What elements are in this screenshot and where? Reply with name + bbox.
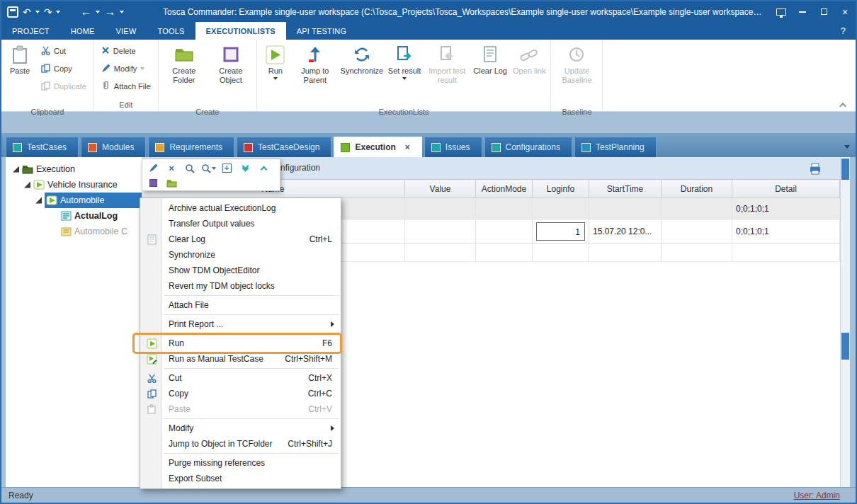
back-button[interactable]: ← bbox=[80, 6, 91, 18]
attach-file-button[interactable]: Attach File bbox=[97, 79, 155, 93]
column-header-detail[interactable]: Detail bbox=[732, 180, 840, 197]
set-result-dropdown-icon[interactable] bbox=[402, 77, 407, 80]
add-icon[interactable]: + bbox=[218, 161, 235, 176]
workspace-tab-testplanning[interactable]: TestPlanning bbox=[574, 137, 657, 157]
menu-item-revert-tdm-object-locks[interactable]: Revert my TDM object locks bbox=[140, 278, 341, 294]
cell-starttime[interactable]: 15.07.20 12:0... bbox=[589, 219, 662, 243]
redo-button[interactable]: ↷ bbox=[44, 7, 52, 17]
workspace-tab-issues[interactable]: Issues bbox=[424, 137, 482, 157]
tab-view[interactable]: VIEW bbox=[106, 22, 147, 40]
menu-item-modify[interactable]: Modify bbox=[140, 420, 341, 436]
tree-item-actuallog[interactable]: ActualLog bbox=[6, 208, 142, 224]
set-result-button[interactable]: Set result bbox=[386, 41, 423, 106]
expander-icon[interactable] bbox=[24, 182, 30, 188]
workspace-tab-requirements[interactable]: Requirements bbox=[148, 137, 234, 157]
object-icon[interactable] bbox=[144, 176, 161, 190]
collapse-all-icon[interactable] bbox=[255, 161, 272, 176]
cell-value[interactable] bbox=[405, 198, 476, 219]
expander-icon[interactable] bbox=[13, 166, 19, 173]
display-icon[interactable] bbox=[771, 1, 792, 22]
create-folder-button[interactable]: Create Folder bbox=[161, 41, 207, 106]
workspace-tab-modules[interactable]: Modules bbox=[81, 137, 146, 157]
cell-detail[interactable] bbox=[732, 244, 840, 261]
folder-icon[interactable] bbox=[163, 176, 180, 190]
undo-dropdown-icon[interactable] bbox=[35, 11, 40, 13]
redo-dropdown-icon[interactable] bbox=[56, 11, 60, 13]
menu-item-export-subset[interactable]: Export Subset bbox=[140, 471, 341, 486]
menu-item-clear-log[interactable]: Clear Log Ctrl+L bbox=[140, 231, 341, 247]
back-dropdown-icon[interactable] bbox=[96, 11, 100, 13]
cell-starttime[interactable] bbox=[589, 198, 662, 219]
user-link[interactable]: User: Admin bbox=[794, 491, 849, 500]
tab-executionlists[interactable]: EXECUTIONLISTS bbox=[195, 22, 286, 40]
tab-project[interactable]: PROJECT bbox=[1, 22, 60, 40]
clear-log-button[interactable]: Clear Log bbox=[471, 41, 509, 106]
maximize-button[interactable] bbox=[813, 1, 834, 22]
menu-item-attach-file[interactable]: Attach File bbox=[140, 297, 341, 313]
ribbon-collapse-button[interactable] bbox=[839, 101, 849, 109]
menu-item-jump-to-object-in-tcfolder[interactable]: Jump to Object in TCFolder Ctrl+Shift+J bbox=[140, 436, 341, 452]
cell-value[interactable] bbox=[405, 219, 476, 243]
workspace-tab-execution[interactable]: Execution× bbox=[334, 137, 421, 157]
vertical-scrollbar[interactable] bbox=[840, 157, 850, 487]
tab-overflow-button[interactable] bbox=[844, 139, 850, 151]
tab-home[interactable]: HOME bbox=[60, 22, 106, 40]
menu-item-purge-missing-references[interactable]: Purge missing references bbox=[140, 455, 341, 471]
column-header-value[interactable]: Value bbox=[405, 180, 476, 197]
cell-detail[interactable]: 0;0;1;0;1 bbox=[732, 198, 840, 219]
cell-actionmode[interactable] bbox=[476, 244, 533, 261]
workspace-tab-testcasedesign[interactable]: TestCaseDesign bbox=[237, 137, 331, 157]
zoom-options-icon[interactable] bbox=[200, 161, 217, 176]
tree-item-vehicle-insurance[interactable]: Vehicle Insurance bbox=[6, 177, 142, 193]
edit-icon[interactable] bbox=[144, 161, 161, 176]
cell-starttime[interactable] bbox=[589, 244, 662, 261]
cell-value[interactable] bbox=[405, 244, 476, 261]
workspace-tab-configurations[interactable]: Configurations bbox=[484, 137, 572, 157]
forward-dropdown-icon[interactable] bbox=[120, 11, 124, 13]
cell-duration[interactable] bbox=[662, 244, 732, 261]
column-header-starttime[interactable]: StartTime bbox=[589, 180, 662, 197]
menu-item-run-as-manual-testcase[interactable]: Run as Manual TestCase Ctrl+Shift+M bbox=[140, 351, 341, 367]
cell-duration[interactable] bbox=[662, 219, 732, 243]
run-dropdown-icon[interactable] bbox=[273, 77, 278, 80]
cut-button[interactable]: Cut bbox=[37, 44, 91, 58]
modify-dropdown-icon[interactable] bbox=[140, 67, 144, 70]
create-object-button[interactable]: Create Object bbox=[208, 41, 254, 106]
menu-item-synchronize[interactable]: Synchronize bbox=[140, 247, 341, 263]
menu-item-archive-executionlog[interactable]: Archive actual ExecutionLog bbox=[140, 200, 341, 216]
menu-item-run[interactable]: Run F6 bbox=[140, 336, 341, 351]
workspace-tab-testcases[interactable]: TestCases bbox=[6, 137, 79, 157]
column-header-duration[interactable]: Duration bbox=[662, 180, 732, 197]
run-button[interactable]: Run bbox=[260, 41, 291, 106]
jump-to-parent-button[interactable]: Jump to Parent bbox=[293, 41, 338, 106]
cell-actionmode[interactable] bbox=[476, 219, 533, 243]
menu-item-show-tdm-objecteditor[interactable]: Show TDM ObjectEditor bbox=[140, 263, 341, 278]
delete-button[interactable]: Delete bbox=[97, 44, 155, 58]
cell-loginfo-editor[interactable]: 1 bbox=[533, 219, 589, 243]
forward-button[interactable]: → bbox=[104, 6, 115, 18]
copy-button[interactable]: Copy bbox=[37, 62, 91, 76]
tree-item-automobile-c[interactable]: Automobile C bbox=[6, 224, 142, 239]
tree-item-execution[interactable]: Execution bbox=[6, 161, 142, 177]
menu-item-copy[interactable]: Copy Ctrl+C bbox=[140, 386, 341, 401]
tab-api-testing[interactable]: API TESTING bbox=[286, 22, 357, 40]
zoom-icon[interactable] bbox=[181, 161, 198, 176]
undo-button[interactable]: ↶ bbox=[23, 7, 31, 17]
expander-icon[interactable] bbox=[35, 197, 42, 204]
scrollbar-top-button[interactable] bbox=[841, 159, 849, 180]
loginfo-edit-field[interactable]: 1 bbox=[536, 222, 585, 241]
cell-loginfo[interactable] bbox=[533, 198, 589, 219]
column-header-loginfo[interactable]: Loginfo bbox=[533, 180, 589, 197]
column-header-actionmode[interactable]: ActionMode bbox=[476, 180, 533, 197]
paste-button[interactable]: Paste bbox=[4, 41, 35, 106]
cell-duration[interactable] bbox=[662, 198, 732, 219]
print-icon[interactable] bbox=[809, 163, 822, 178]
cell-actionmode[interactable] bbox=[476, 198, 533, 219]
minimize-button[interactable] bbox=[792, 1, 813, 22]
tab-tools[interactable]: TOOLS bbox=[147, 22, 195, 40]
scrollbar-thumb[interactable] bbox=[841, 333, 849, 360]
tree-item-automobile[interactable]: Automobile bbox=[6, 193, 142, 208]
delete-icon[interactable]: × bbox=[163, 161, 180, 176]
menu-item-print-report[interactable]: Print Report ... bbox=[140, 316, 341, 332]
synchronize-button[interactable]: Synchronize bbox=[339, 41, 385, 106]
